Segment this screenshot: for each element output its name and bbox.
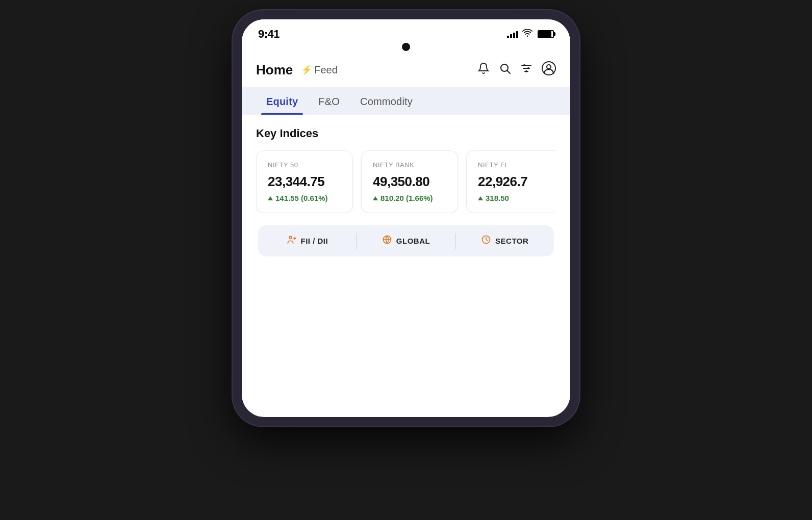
tab-commodity[interactable]: Commodity (350, 87, 423, 115)
fii-dii-button[interactable]: FII / DII (258, 225, 357, 256)
sector-button[interactable]: SECTOR (455, 225, 554, 256)
svg-point-7 (525, 70, 527, 72)
content-area: Key Indices NIFTY 50 23,344.75 141.55 (0… (242, 115, 570, 269)
signal-icon (507, 30, 518, 38)
key-indices-title: Key Indices (256, 127, 556, 140)
svg-line-1 (508, 71, 511, 74)
nifty50-value: 23,344.75 (268, 174, 341, 190)
svg-point-10 (289, 236, 292, 239)
index-cards: NIFTY 50 23,344.75 141.55 (0.61%) NIFTY … (256, 150, 556, 213)
status-icons (507, 29, 554, 39)
feed-spark-icon: ⚡ (301, 64, 312, 75)
niftyfi-value: 22,926.7 (478, 174, 551, 190)
niftybank-change: 810.20 (1.66%) (373, 194, 446, 202)
home-title: Home (256, 62, 293, 78)
niftybank-name: NIFTY BANK (373, 161, 446, 169)
sector-icon (481, 235, 491, 247)
status-time: 9:41 (258, 28, 280, 41)
fii-icon (287, 235, 297, 247)
nifty50-card[interactable]: NIFTY 50 23,344.75 141.55 (0.61%) (256, 150, 353, 213)
notification-icon[interactable] (477, 62, 490, 77)
fii-dii-label: FII / DII (301, 237, 328, 245)
niftybank-value: 49,350.80 (373, 174, 446, 190)
nifty50-change: 141.55 (0.61%) (268, 194, 341, 202)
sector-label: SECTOR (495, 237, 528, 245)
svg-point-9 (547, 65, 551, 69)
niftybank-arrow-icon (373, 196, 378, 200)
tab-equity[interactable]: Equity (256, 87, 308, 115)
camera (242, 43, 570, 51)
svg-point-6 (527, 67, 529, 69)
nifty50-arrow-icon (268, 196, 273, 200)
niftyfi-change: 318.50 (478, 194, 551, 202)
niftyfi-card[interactable]: NIFTY FI 22,926.7 318.50 (466, 150, 556, 213)
filter-icon[interactable] (520, 63, 532, 76)
battery-icon (538, 30, 554, 38)
action-bar: FII / DII GLOBAL (258, 225, 554, 256)
search-icon[interactable] (499, 62, 511, 77)
feed-label: Feed (314, 64, 338, 76)
niftybank-card[interactable]: NIFTY BANK 49,350.80 810.20 (1.66%) (361, 150, 458, 213)
tab-fno[interactable]: F&O (308, 87, 350, 115)
niftyfi-arrow-icon (478, 196, 483, 200)
niftyfi-name: NIFTY FI (478, 161, 551, 169)
status-bar: 9:41 (242, 19, 570, 45)
nifty50-name: NIFTY 50 (268, 161, 341, 169)
feed-button[interactable]: ⚡ Feed (301, 64, 338, 76)
wifi-icon (522, 29, 532, 39)
global-icon (382, 235, 392, 247)
app-header: Home ⚡ Feed (242, 51, 570, 87)
header-left: Home ⚡ Feed (256, 62, 338, 78)
tabs-bar: Equity F&O Commodity (242, 87, 570, 115)
svg-point-5 (523, 64, 525, 66)
profile-icon[interactable] (542, 61, 556, 79)
header-actions (477, 61, 556, 79)
global-label: GLOBAL (396, 237, 430, 245)
global-button[interactable]: GLOBAL (357, 225, 455, 256)
